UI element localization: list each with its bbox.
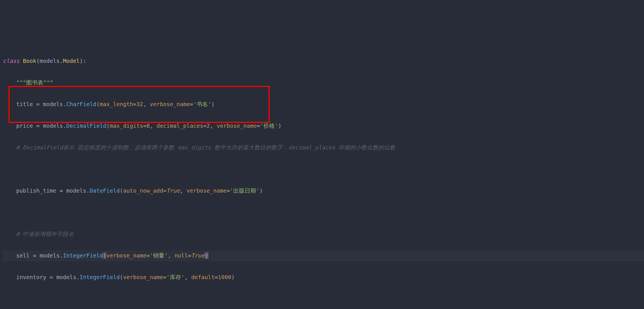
code-line[interactable]: # DecimalField表示 固定精度的十进制数，必须有两个参数 max_d… [3,142,644,153]
comment: # DecimalField表示 固定精度的十进制数，必须有两个参数 max_d… [16,144,395,151]
keyword-class: class [3,58,20,64]
code-line[interactable]: inventory = models.IntegerField(verbose_… [3,272,644,283]
matched-paren-open: ( [103,252,106,259]
code-line[interactable]: class Book(models.Model): [3,56,644,67]
text-cursor [208,252,208,259]
code-editor[interactable]: class Book(models.Model): """图书表""" titl… [0,43,644,309]
docstring: """图书表""" [16,79,53,86]
code-line-blank[interactable] [3,207,644,218]
comment: # 中途新增额外字段名 [16,231,74,237]
code-line-active[interactable]: sell = models.IntegerField(verbose_name=… [3,250,644,261]
code-line-blank[interactable] [3,164,644,175]
code-line-blank[interactable] [3,294,644,304]
code-line[interactable]: publish_time = models.DateField(auto_now… [3,186,644,196]
code-line[interactable]: # 中途新增额外字段名 [3,229,644,240]
code-line[interactable]: price = models.DecimalField(max_digits=8… [3,121,644,131]
code-line[interactable]: title = models.CharField(max_length=32, … [3,99,644,110]
class-name: Book [23,58,36,64]
code-line[interactable]: """图书表""" [3,77,644,88]
